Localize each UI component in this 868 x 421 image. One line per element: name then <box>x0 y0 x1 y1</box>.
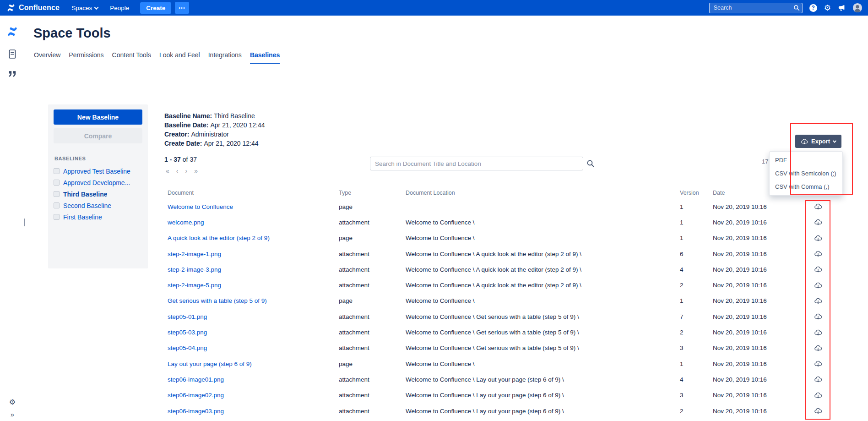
type-cell: attachment <box>339 329 406 336</box>
confluence-logo-icon <box>6 3 16 12</box>
document-link[interactable]: step05-01.png <box>168 313 207 320</box>
baseline-label[interactable]: Second Baseline <box>63 202 111 209</box>
download-icon[interactable] <box>814 235 822 242</box>
export-button-label: Export <box>811 138 830 145</box>
document-link[interactable]: Get serious with a table (step 5 of 9) <box>168 297 267 304</box>
baseline-label[interactable]: Third Baseline <box>63 191 107 198</box>
export-menu-item-pdf[interactable]: PDF <box>770 153 842 167</box>
download-icon[interactable] <box>814 329 822 336</box>
date-cell: Nov 20, 2019 10:16 <box>713 219 795 226</box>
baseline-list-item[interactable]: Approved Developme... <box>54 177 142 188</box>
first-page-button[interactable]: « <box>166 167 169 175</box>
tab-look-and-feel[interactable]: Look and Feel <box>159 51 200 64</box>
tab-integrations[interactable]: Integrations <box>208 51 242 64</box>
download-icon[interactable] <box>814 407 822 415</box>
document-search[interactable] <box>370 157 583 170</box>
export-menu: PDFCSV with Semicolon (;)CSV with Comma … <box>769 151 843 196</box>
baseline-checkbox[interactable] <box>54 202 60 208</box>
document-link[interactable]: step06-image01.png <box>168 376 224 383</box>
tab-baselines[interactable]: Baselines <box>250 51 280 64</box>
document-link[interactable]: welcome.png <box>168 219 204 226</box>
version-cell: 6 <box>680 251 713 257</box>
tab-permissions[interactable]: Permissions <box>69 51 103 64</box>
document-link[interactable]: step-2-image-1.png <box>168 251 221 257</box>
date-cell: Nov 20, 2019 10:16 <box>713 251 795 257</box>
sidebar-resize-handle[interactable] <box>24 219 25 226</box>
baseline-label[interactable]: Approved Test Baseline <box>63 168 130 175</box>
date-cell: Nov 20, 2019 10:16 <box>713 282 795 289</box>
compare-button[interactable]: Compare <box>54 128 142 143</box>
baseline-table-body: Welcome to Confluencepage1Nov 20, 2019 1… <box>168 199 841 419</box>
baseline-label[interactable]: Approved Developme... <box>63 179 130 186</box>
document-search-input[interactable] <box>370 157 583 170</box>
location-cell: Welcome to Confluence \ A quick look at … <box>406 282 680 289</box>
table-row: step06-image01.pngattachmentWelcome to C… <box>168 372 841 387</box>
baseline-list-item[interactable]: Second Baseline <box>54 200 142 211</box>
version-cell: 3 <box>680 344 713 351</box>
search-icon[interactable] <box>793 5 800 11</box>
download-icon[interactable] <box>814 344 822 352</box>
document-link[interactable]: step-2-image-3.png <box>168 266 221 273</box>
download-icon[interactable] <box>814 203 822 210</box>
page-title: Space Tools <box>33 26 111 41</box>
baselines-panel: New Baseline Compare BASELINES Approved … <box>48 104 148 268</box>
baseline-checkbox[interactable] <box>54 168 60 174</box>
baseline-list-item[interactable]: First Baseline <box>54 211 142 223</box>
nav-spaces[interactable]: Spaces <box>71 5 98 11</box>
version-cell: 1 <box>680 219 713 226</box>
download-icon[interactable] <box>814 250 822 257</box>
baseline-checkbox[interactable] <box>54 214 60 220</box>
document-search-icon[interactable] <box>586 159 595 168</box>
download-icon[interactable] <box>814 313 822 320</box>
chevron-down-icon <box>94 5 99 10</box>
table-row: Welcome to Confluencepage1Nov 20, 2019 1… <box>168 199 841 214</box>
create-button[interactable]: Create <box>140 2 171 14</box>
document-link[interactable]: A quick look at the editor (step 2 of 9) <box>168 235 270 241</box>
avatar[interactable] <box>852 3 863 13</box>
quote-icon[interactable] <box>8 71 16 77</box>
tab-content-tools[interactable]: Content Tools <box>112 51 151 64</box>
download-icon[interactable] <box>814 297 822 305</box>
space-logo-icon[interactable] <box>6 26 18 38</box>
export-menu-item-csv-with-comma[interactable]: CSV with Comma (,) <box>770 180 842 193</box>
document-link[interactable]: Welcome to Confluence <box>168 203 233 210</box>
expand-sidebar-icon[interactable]: » <box>11 410 14 418</box>
next-page-button[interactable]: › <box>185 167 187 175</box>
confluence-logo[interactable]: Confluence <box>6 3 60 12</box>
baseline-checkbox[interactable] <box>54 180 60 186</box>
baseline-checkbox[interactable] <box>54 191 60 197</box>
download-icon[interactable] <box>814 282 822 289</box>
help-icon[interactable]: ? <box>809 4 817 12</box>
export-menu-item-csv-with-semicolon[interactable]: CSV with Semicolon (;) <box>770 167 842 180</box>
baseline-list-item[interactable]: Approved Test Baseline <box>54 165 142 177</box>
document-link[interactable]: step05-03.png <box>168 329 207 336</box>
baseline-list-item[interactable]: Third Baseline <box>54 188 142 200</box>
gear-icon[interactable]: ⚙ <box>824 4 831 12</box>
type-cell: attachment <box>339 251 406 257</box>
document-link[interactable]: step06-image03.png <box>168 408 224 415</box>
document-link[interactable]: step-2-image-5.png <box>168 282 221 289</box>
export-button[interactable]: Export <box>795 135 841 148</box>
journal-icon[interactable] <box>8 49 17 59</box>
document-link[interactable]: step06-image02.png <box>168 392 224 399</box>
more-button[interactable]: ••• <box>175 2 189 14</box>
settings-gear-icon[interactable]: ⚙ <box>9 399 16 406</box>
global-search-input[interactable] <box>709 3 803 13</box>
version-cell: 1 <box>680 361 713 367</box>
baseline-label[interactable]: First Baseline <box>63 213 102 221</box>
nav-people[interactable]: People <box>110 5 129 11</box>
document-link[interactable]: step05-04.png <box>168 344 207 351</box>
column-header-document-location: Document Location <box>406 190 680 196</box>
download-icon[interactable] <box>814 266 822 273</box>
download-icon[interactable] <box>814 219 822 226</box>
download-icon[interactable] <box>814 392 822 399</box>
document-link[interactable]: Lay out your page (step 6 of 9) <box>168 361 252 367</box>
download-icon[interactable] <box>814 376 822 383</box>
last-page-button[interactable]: » <box>194 167 198 175</box>
new-baseline-button[interactable]: New Baseline <box>54 109 142 125</box>
prev-page-button[interactable]: ‹ <box>176 167 179 175</box>
megaphone-icon[interactable] <box>838 4 846 11</box>
global-search[interactable] <box>709 3 803 13</box>
download-icon[interactable] <box>814 360 822 367</box>
tab-overview[interactable]: Overview <box>34 51 60 64</box>
